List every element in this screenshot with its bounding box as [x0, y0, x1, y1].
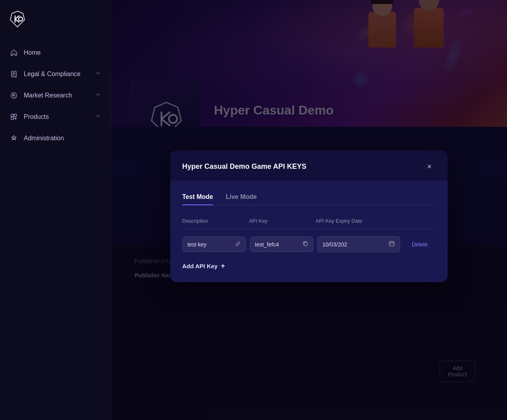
modal-close-button[interactable]: ×	[423, 160, 436, 173]
sidebar-nav: Home Legal & Compliance	[0, 38, 111, 420]
legal-icon	[10, 70, 18, 78]
add-key-label: Add API Key	[182, 263, 217, 269]
delete-key-button[interactable]: Delete	[404, 241, 436, 248]
admin-icon	[10, 134, 18, 143]
modal-header: Hyper Casual Demo Game API KEYS ×	[170, 151, 448, 181]
svg-rect-9	[304, 242, 307, 246]
col-header-description: Description	[182, 218, 249, 224]
svg-point-3	[13, 95, 15, 96]
sidebar-item-products[interactable]: Products	[0, 106, 111, 128]
description-field: test key	[182, 237, 246, 252]
sidebar-item-market-research[interactable]: Market Research	[0, 85, 111, 106]
logo-area	[0, 0, 111, 38]
modal-tabs: Test Mode Live Mode	[182, 181, 436, 205]
svg-point-7	[13, 137, 15, 139]
sidebar-item-admin-label: Administration	[24, 135, 101, 142]
svg-point-0	[19, 17, 23, 21]
sidebar-item-legal-compliance[interactable]: Legal & Compliance	[0, 63, 111, 85]
api-key-field: test_fefc4	[250, 237, 314, 252]
chevron-down-icon	[95, 70, 101, 78]
svg-rect-4	[11, 114, 13, 116]
modal-body: Test Mode Live Mode Description API Key …	[170, 181, 448, 282]
modal-backdrop: Hyper Casual Demo Game API KEYS × Test M…	[111, 0, 507, 420]
col-header-api-key: API Key	[249, 218, 315, 224]
chevron-down-icon-market	[95, 92, 101, 99]
sidebar-item-home-label: Home	[24, 49, 101, 56]
sidebar-item-products-label: Products	[24, 113, 89, 120]
table-header: Description API Key API Key Expiry Date	[182, 215, 436, 229]
svg-rect-6	[11, 117, 13, 120]
app-logo	[8, 10, 27, 29]
tab-live-mode[interactable]: Live Mode	[226, 189, 257, 205]
description-value: test key	[187, 241, 206, 248]
calendar-icon[interactable]	[389, 241, 395, 248]
tab-test-mode[interactable]: Test Mode	[182, 189, 213, 205]
main-content: Hyper Casual Demo API Keys Add Product P…	[111, 0, 507, 420]
modal-title: Hyper Casual Demo Game API KEYS	[182, 162, 306, 171]
svg-point-2	[11, 93, 17, 98]
col-header-action	[402, 218, 436, 224]
svg-rect-10	[389, 242, 394, 246]
api-keys-table: Description API Key API Key Expiry Date …	[182, 215, 436, 256]
api-keys-modal: Hyper Casual Demo Game API KEYS × Test M…	[170, 151, 448, 282]
home-icon	[10, 48, 18, 57]
table-row: test key test_fefc4	[182, 233, 436, 256]
edit-icon[interactable]	[235, 241, 241, 248]
content-wrapper: Hyper Casual Demo API Keys Add Product P…	[111, 0, 507, 420]
svg-rect-5	[14, 114, 17, 116]
copy-icon[interactable]	[303, 241, 308, 248]
expiry-date-field: 10/03/202	[317, 236, 400, 252]
add-api-key-button[interactable]: Add API Key +	[182, 256, 225, 270]
market-research-icon	[10, 91, 18, 100]
sidebar: Home Legal & Compliance	[0, 0, 111, 420]
sidebar-item-administration[interactable]: Administration	[0, 128, 111, 149]
add-key-icon: +	[221, 262, 225, 270]
products-icon	[10, 113, 18, 121]
col-header-expiry: API Key Expiry Date	[316, 218, 402, 224]
expiry-date-value: 10/03/202	[322, 241, 347, 248]
chevron-down-icon-products	[95, 113, 101, 121]
api-key-value: test_fefc4	[255, 241, 279, 248]
sidebar-item-market-label: Market Research	[24, 92, 89, 99]
sidebar-item-home[interactable]: Home	[0, 42, 111, 63]
sidebar-item-legal-label: Legal & Compliance	[24, 71, 89, 78]
